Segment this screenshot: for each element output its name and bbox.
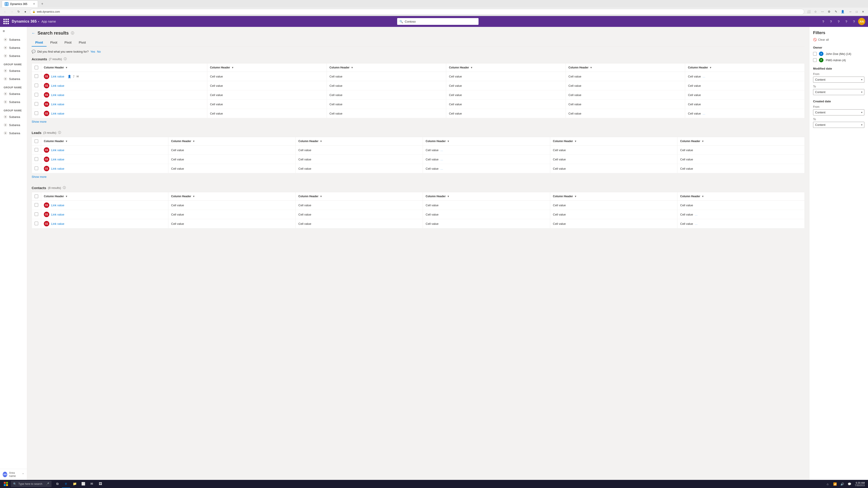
waffle-menu-button[interactable] <box>3 18 9 25</box>
close-button[interactable]: ✕ <box>860 8 866 15</box>
edit-button[interactable]: ✎ <box>833 8 839 15</box>
accounts-row-5-link[interactable]: Link value <box>51 112 64 115</box>
settings-nav-button[interactable]: ? <box>850 18 858 25</box>
contacts-col-2-filter[interactable]: ▼ <box>193 195 195 198</box>
contacts-col-1-filter[interactable]: ▼ <box>65 195 68 198</box>
maximize-button[interactable]: □ <box>854 8 860 15</box>
accounts-col-3-filter[interactable]: ▼ <box>351 66 353 69</box>
forward-button[interactable]: → <box>8 8 15 15</box>
sidebar-item-9[interactable]: ● Subarea <box>0 121 27 129</box>
taskbar-search-box[interactable]: 🔍 Type here to search 🎤 <box>11 481 52 487</box>
accounts-row-4-check[interactable] <box>35 102 38 106</box>
created-to-select[interactable]: Content ▾ <box>813 122 864 128</box>
clear-all-button[interactable]: 🚫 Clear all <box>813 38 864 41</box>
modified-to-select[interactable]: Content ▾ <box>813 89 864 95</box>
accounts-col-4-filter[interactable]: ▼ <box>470 66 473 69</box>
leads-col-4-filter[interactable]: ▼ <box>447 140 450 142</box>
accounts-row-2-check[interactable] <box>35 84 38 87</box>
taskbar-volume-icon[interactable]: 🔊 <box>839 481 845 487</box>
browser-tab[interactable]: Dynamics 365 ✕ <box>2 0 38 7</box>
accounts-row-4-link[interactable]: Link value <box>51 103 64 106</box>
sidebar-item-10[interactable]: ● Subarea <box>0 129 27 137</box>
sidebar-item-1[interactable]: ● Subarea <box>0 35 27 43</box>
contacts-info-icon[interactable]: ⓘ <box>63 186 66 190</box>
leads-col-1-filter[interactable]: ▼ <box>65 140 68 142</box>
accounts-row-5-check[interactable] <box>35 111 38 115</box>
start-button[interactable] <box>2 480 10 488</box>
taskbar-action-center[interactable]: 💬 <box>846 481 852 487</box>
leads-row-2-check[interactable] <box>35 157 38 161</box>
accounts-select-all[interactable] <box>35 66 38 69</box>
owner-checkbox-2[interactable] <box>813 58 817 62</box>
taskbar-task-view[interactable]: ⧉ <box>53 480 61 488</box>
accounts-row-2-link[interactable]: Link value <box>51 84 64 88</box>
created-from-select[interactable]: Content ▾ <box>813 109 864 116</box>
leads-row-1-check[interactable] <box>35 148 38 152</box>
menu-button[interactable]: ⋯ <box>819 8 826 15</box>
accounts-show-more[interactable]: Show more <box>32 118 46 125</box>
page-info-icon[interactable]: ⓘ <box>71 31 74 35</box>
taskbar-show-desktop[interactable]: ⌂ <box>825 481 831 487</box>
contacts-row-3-link[interactable]: Link value <box>51 222 64 225</box>
taskbar-browser-app[interactable]: e <box>62 480 70 488</box>
leads-row-1-link[interactable]: Link value <box>51 149 64 152</box>
tab-close-button[interactable]: ✕ <box>33 2 35 5</box>
tab-pivot-2[interactable]: Pivot <box>46 39 61 46</box>
sidebar-item-2[interactable]: ● Subarea <box>0 43 27 52</box>
address-bar[interactable]: 🔒 web.dynamics.com <box>30 9 804 15</box>
sidebar-item-8[interactable]: ● Subarea <box>0 113 27 121</box>
contacts-row-1-check[interactable] <box>35 203 38 207</box>
accounts-col-5-filter[interactable]: ▼ <box>590 66 592 69</box>
favorites-button[interactable]: ☆ <box>812 8 819 15</box>
feedback-yes-link[interactable]: Yes <box>90 50 95 53</box>
leads-select-all[interactable] <box>35 139 38 143</box>
accounts-row-1-action-2[interactable]: ⤴ <box>72 74 75 78</box>
help-button-4[interactable]: ? <box>843 18 850 25</box>
leads-col-2-filter[interactable]: ▼ <box>193 140 195 142</box>
taskbar-network-icon[interactable]: 📶 <box>832 481 838 487</box>
taskbar-app-3[interactable]: ⬜ <box>79 480 87 488</box>
owner-filter-option-2[interactable]: P PMG Admin (4) <box>813 58 864 62</box>
sidebar-item-5[interactable]: ● Subarea <box>0 75 27 83</box>
feedback-no-link[interactable]: No <box>97 50 101 53</box>
accounts-col-6-filter[interactable]: ▼ <box>709 66 712 69</box>
global-search-box[interactable]: 🔍 <box>397 18 478 25</box>
owner-filter-option-1[interactable]: A John Doe (Me) (14) <box>813 52 864 56</box>
leads-row-3-link[interactable]: Link value <box>51 167 64 170</box>
owner-checkbox-1[interactable] <box>813 52 817 56</box>
help-button-2[interactable]: ? <box>827 18 835 25</box>
accounts-col-2-filter[interactable]: ▼ <box>231 66 234 69</box>
app-name-section[interactable]: Dynamics 365 ▾ <box>12 20 39 24</box>
accounts-info-icon[interactable]: ⓘ <box>64 57 67 61</box>
contacts-row-3-check[interactable] <box>35 222 38 225</box>
user-avatar[interactable]: AN <box>858 18 865 25</box>
refresh-button[interactable]: ↻ <box>16 8 22 15</box>
sidebar-item-3[interactable]: ● Subarea <box>0 52 27 60</box>
settings-button[interactable]: ⚙ <box>826 8 832 15</box>
contacts-col-4-filter[interactable]: ▼ <box>447 195 450 198</box>
accounts-row-3-check[interactable] <box>35 93 38 96</box>
help-button-3[interactable]: ? <box>835 18 842 25</box>
extensions-button[interactable]: ⬜ <box>806 8 812 15</box>
contacts-col-5-filter[interactable]: ▼ <box>575 195 577 198</box>
accounts-row-1-check[interactable] <box>35 74 38 78</box>
taskbar-media-app[interactable]: 🖼 <box>96 480 104 488</box>
accounts-row-1-action-3[interactable]: ✉ <box>76 74 79 78</box>
contacts-col-6-filter[interactable]: ▼ <box>702 195 704 198</box>
leads-row-2-link[interactable]: Link value <box>51 158 64 161</box>
back-navigation-button[interactable]: ← <box>32 31 35 35</box>
tab-pivot-1[interactable]: Pivot <box>32 39 46 46</box>
leads-info-icon[interactable]: ⓘ <box>58 131 61 135</box>
taskbar-explorer-app[interactable]: 📁 <box>70 480 79 488</box>
minimize-button[interactable]: ─ <box>847 8 854 15</box>
leads-col-6-filter[interactable]: ▼ <box>702 140 704 142</box>
contacts-row-2-check[interactable] <box>35 213 38 216</box>
accounts-row-3-link[interactable]: Link value <box>51 93 64 97</box>
account-button[interactable]: 👤 <box>839 8 846 15</box>
modified-from-select[interactable]: Content ▾ <box>813 76 864 83</box>
sidebar-item-7[interactable]: ● Subarea <box>0 98 27 106</box>
contacts-select-all[interactable] <box>35 195 38 198</box>
accounts-row-1-action-1[interactable]: 👤 <box>67 74 72 78</box>
tab-pivot-3[interactable]: Pivot <box>61 39 75 46</box>
accounts-col-1-filter[interactable]: ▼ <box>65 66 68 69</box>
